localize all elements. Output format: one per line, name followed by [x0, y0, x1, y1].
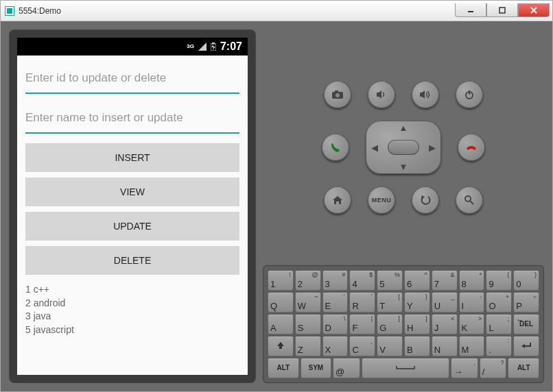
key-alt[interactable]: ALT	[268, 358, 299, 378]
minimize-button[interactable]	[455, 3, 486, 17]
key-i[interactable]: I-	[459, 292, 485, 313]
key-2[interactable]: 2@	[295, 270, 321, 291]
svg-marker-12	[420, 90, 425, 99]
call-icon[interactable]	[322, 134, 349, 161]
key-3[interactable]: 3#	[322, 270, 349, 291]
key-j[interactable]: J<	[432, 314, 458, 334]
back-icon[interactable]	[412, 186, 439, 214]
key-f[interactable]: F|	[349, 314, 375, 334]
view-button[interactable]: VIEW	[25, 177, 239, 206]
svg-line-3	[531, 8, 537, 13]
hw-controls: ▲ ▼ ◀ ▶ MENU	[263, 29, 544, 265]
key-k[interactable]: K>	[459, 314, 485, 334]
key-shift[interactable]	[268, 336, 294, 356]
key-p[interactable]: P=	[513, 292, 539, 313]
update-button[interactable]: UPDATE	[25, 212, 239, 241]
key-l[interactable]: L;	[486, 314, 512, 334]
phone-frame: 3G 7:07 INSERT VIEW UPDATE DELETE	[9, 29, 256, 383]
key-slash[interactable]: →,	[451, 358, 478, 378]
end-call-icon[interactable]	[458, 134, 485, 161]
window-title: 5554:Demo	[19, 6, 61, 16]
key-c[interactable]: C¸	[349, 336, 375, 356]
key-s[interactable]: S	[295, 314, 321, 334]
svg-rect-1	[499, 8, 505, 13]
key-space[interactable]	[362, 358, 449, 378]
emulator-body: 3G 7:07 INSERT VIEW UPDATE DELETE	[1, 21, 552, 391]
svg-point-17	[465, 196, 471, 201]
dpad: ▲ ▼ ◀ ▶	[366, 121, 441, 174]
volume-down-icon[interactable]	[368, 81, 395, 108]
list-item: 5 javascript	[25, 323, 239, 337]
menu-button[interactable]: MENU	[368, 186, 395, 214]
svg-rect-9	[335, 90, 338, 93]
key-v[interactable]: V	[377, 336, 403, 356]
key-4[interactable]: 4$	[349, 270, 375, 291]
delete-button[interactable]: DELETE	[25, 246, 239, 275]
key-u[interactable]: U_	[432, 292, 458, 313]
keyboard: 1!2@3#4$5%6^7&8*9(0) QW~E´R`T{Y}U_I-O+P=…	[263, 265, 544, 383]
svg-marker-19	[277, 342, 284, 349]
network-label: 3G	[187, 44, 194, 49]
key-o[interactable]: O+	[486, 292, 512, 313]
svg-line-2	[531, 8, 537, 13]
key-a[interactable]: A	[268, 314, 294, 334]
battery-icon	[211, 42, 216, 51]
window-titlebar: 5554:Demo	[1, 1, 552, 21]
key-alt[interactable]: ALT	[508, 358, 539, 378]
list-item: 1 c++	[25, 283, 239, 297]
svg-point-10	[336, 93, 340, 97]
key-sym[interactable]: SYM	[301, 358, 332, 378]
svg-rect-6	[212, 42, 215, 44]
key-6[interactable]: 6^	[404, 270, 430, 291]
data-list: 1 c++ 2 android 3 java 5 javascript	[25, 283, 239, 336]
window-controls	[455, 4, 552, 17]
id-input[interactable]	[25, 64, 239, 94]
key-r[interactable]: R`	[349, 292, 375, 313]
key-@[interactable]: @	[333, 358, 360, 378]
close-button[interactable]	[518, 3, 550, 17]
dpad-center[interactable]	[388, 140, 419, 155]
key-9[interactable]: 9(	[486, 270, 512, 291]
svg-marker-15	[333, 196, 342, 204]
power-icon[interactable]	[456, 81, 483, 108]
svg-marker-4	[198, 42, 207, 51]
key-q[interactable]: Q	[268, 292, 294, 313]
insert-button[interactable]: INSERT	[25, 143, 239, 172]
key-z[interactable]: Z	[295, 336, 321, 356]
dpad-up[interactable]: ▲	[399, 123, 408, 133]
key-y[interactable]: Y}	[404, 292, 430, 313]
key-0[interactable]: 0)	[513, 270, 539, 291]
signal-icon	[198, 42, 207, 51]
key-b[interactable]: B	[404, 336, 430, 356]
key-enter[interactable]	[513, 336, 539, 356]
key-.[interactable]: .:	[486, 336, 512, 356]
camera-icon[interactable]	[324, 81, 351, 108]
key-e[interactable]: E´	[322, 292, 349, 313]
search-icon[interactable]	[456, 186, 483, 214]
key-x[interactable]: X	[322, 336, 349, 356]
dpad-right[interactable]: ▶	[429, 143, 436, 153]
key-1[interactable]: 1!	[268, 270, 294, 291]
key-5[interactable]: 5%	[377, 270, 403, 291]
maximize-button[interactable]	[486, 3, 518, 17]
key-7[interactable]: 7&	[432, 270, 458, 291]
volume-up-icon[interactable]	[412, 81, 439, 108]
key-h[interactable]: H]	[404, 314, 430, 334]
svg-marker-7	[211, 45, 215, 50]
home-icon[interactable]	[324, 186, 351, 214]
name-input[interactable]	[25, 103, 239, 134]
key-n[interactable]: N	[432, 336, 458, 356]
key-/[interactable]: /?	[480, 358, 507, 378]
key-del[interactable]: DEL←	[513, 314, 539, 334]
dpad-down[interactable]: ▼	[399, 162, 408, 172]
dpad-left[interactable]: ◀	[371, 143, 378, 153]
key-d[interactable]: D\	[322, 314, 349, 334]
right-panel: ▲ ▼ ◀ ▶ MENU 1!2@3#4$5%6^7&8*9(0)	[263, 29, 544, 383]
key-8[interactable]: 8*	[459, 270, 485, 291]
list-item: 2 android	[25, 297, 239, 310]
svg-marker-11	[377, 90, 381, 99]
key-m[interactable]: M	[459, 336, 485, 356]
key-w[interactable]: W~	[295, 292, 321, 313]
key-t[interactable]: T{	[377, 292, 403, 313]
key-g[interactable]: G[	[377, 314, 403, 334]
